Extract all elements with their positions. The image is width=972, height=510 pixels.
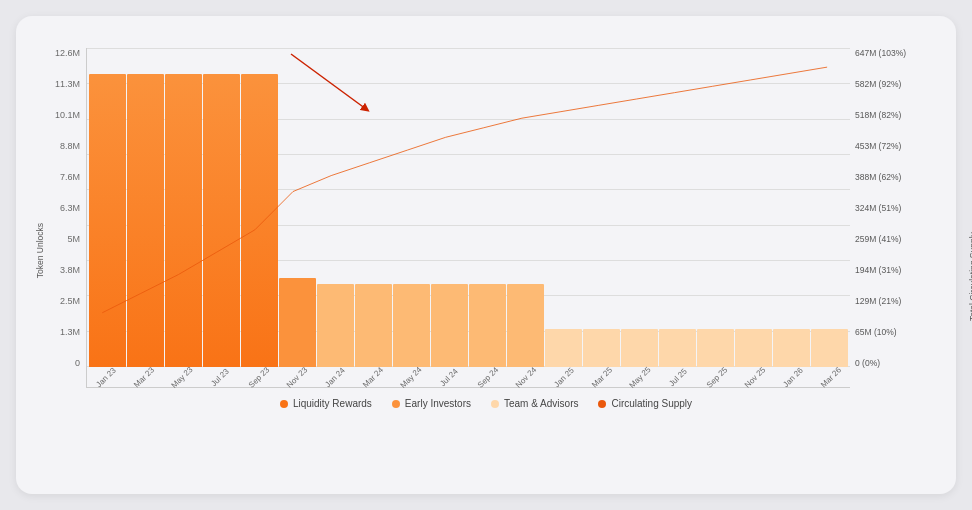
bar-group	[279, 48, 316, 367]
bar	[203, 74, 240, 367]
bar-group	[545, 48, 582, 367]
legend-item-circulating: Circulating Supply	[598, 398, 692, 409]
bar-group	[659, 48, 696, 367]
bar	[621, 329, 658, 367]
bar	[469, 284, 506, 367]
legend-item-liquidity: Liquidity Rewards	[280, 398, 372, 409]
bar-group	[735, 48, 772, 367]
legend-dot-early-investors	[392, 400, 400, 408]
bars-container	[87, 48, 850, 367]
legend: Liquidity Rewards Early Investors Team &…	[40, 398, 932, 409]
y-axis-left: 12.6M 11.3M 10.1M 8.8M 7.6M 6.3M 5M 3.8M…	[40, 48, 86, 388]
bar-group	[469, 48, 506, 367]
bar	[545, 329, 582, 367]
bar-group	[355, 48, 392, 367]
bar-group	[773, 48, 810, 367]
bar	[355, 284, 392, 367]
y-axis-right-label: Total Circulating Supply	[968, 201, 972, 321]
bar	[431, 284, 468, 367]
legend-dot-team-advisors	[491, 400, 499, 408]
bar-group	[431, 48, 468, 367]
bar-group	[697, 48, 734, 367]
vesting-schedule-card: 12.6M 11.3M 10.1M 8.8M 7.6M 6.3M 5M 3.8M…	[16, 16, 956, 494]
bar-group	[811, 48, 848, 367]
bar	[507, 284, 544, 367]
bar	[583, 329, 620, 367]
bar-group	[127, 48, 164, 367]
legend-item-early-investors: Early Investors	[392, 398, 471, 409]
bar-group	[317, 48, 354, 367]
bar-group	[583, 48, 620, 367]
bar-group	[89, 48, 126, 367]
bar-group	[203, 48, 240, 367]
y-axis-left-label: Token Unlocks	[35, 223, 45, 278]
bar	[659, 329, 696, 367]
bar	[393, 284, 430, 367]
bar	[89, 74, 126, 367]
legend-dot-liquidity	[280, 400, 288, 408]
bar	[317, 284, 354, 367]
bar-group	[165, 48, 202, 367]
bar	[127, 74, 164, 367]
legend-dot-circulating	[598, 400, 606, 408]
bar-group	[507, 48, 544, 367]
legend-item-team-advisors: Team & Advisors	[491, 398, 578, 409]
x-axis: Jan 23Mar 23May 23Jul 23Sep 23Nov 23Jan …	[87, 367, 850, 387]
bar-group	[241, 48, 278, 367]
y-axis-right: 647M (103%) 582M (92%) 518M (82%) 453M (…	[850, 48, 932, 388]
chart-inner: Jan 23Mar 23May 23Jul 23Sep 23Nov 23Jan …	[86, 48, 850, 388]
bar-group	[621, 48, 658, 367]
bar-group	[393, 48, 430, 367]
bar	[241, 74, 278, 367]
bar	[165, 74, 202, 367]
chart-area: 12.6M 11.3M 10.1M 8.8M 7.6M 6.3M 5M 3.8M…	[40, 48, 932, 388]
bar	[279, 278, 316, 367]
